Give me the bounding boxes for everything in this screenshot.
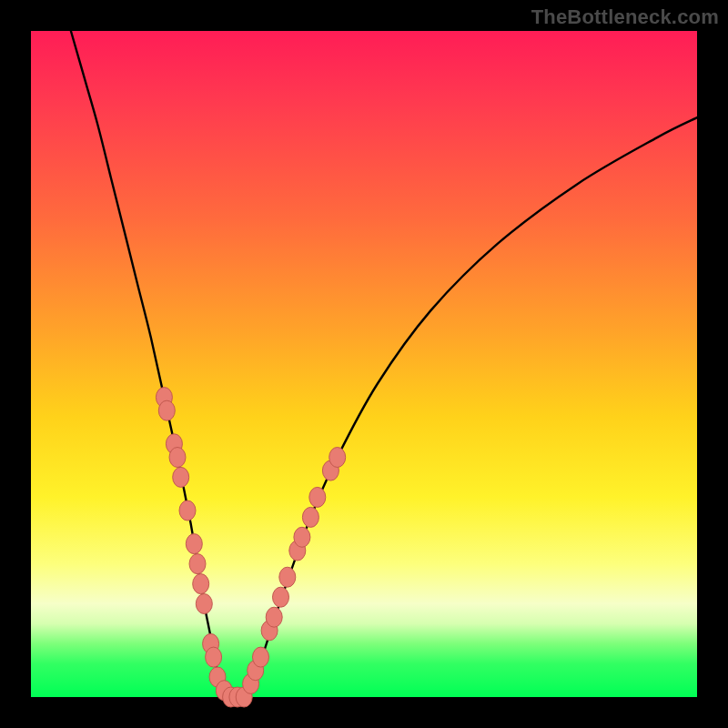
curve-marker xyxy=(294,527,310,547)
curve-marker xyxy=(329,448,346,468)
curve-marker xyxy=(196,594,212,614)
curve-markers xyxy=(156,388,345,707)
curve-marker xyxy=(279,567,296,587)
curve-marker xyxy=(186,534,202,554)
curve-marker xyxy=(302,507,318,527)
curve-marker xyxy=(309,487,326,507)
chart-svg xyxy=(31,31,697,697)
watermark-text: TheBottleneck.com xyxy=(531,5,719,29)
curve-marker xyxy=(173,467,189,487)
plot-area xyxy=(31,31,697,697)
curve-marker xyxy=(189,554,206,574)
curve-marker xyxy=(179,500,196,521)
curve-marker xyxy=(253,647,269,667)
curve-marker xyxy=(158,400,175,420)
bottleneck-curve xyxy=(71,31,697,701)
curve-marker xyxy=(266,607,282,627)
curve-marker xyxy=(273,587,289,607)
curve-marker xyxy=(206,647,222,667)
curve-marker xyxy=(169,448,186,468)
curve-marker xyxy=(193,574,209,594)
chart-frame: TheBottleneck.com xyxy=(0,0,728,728)
